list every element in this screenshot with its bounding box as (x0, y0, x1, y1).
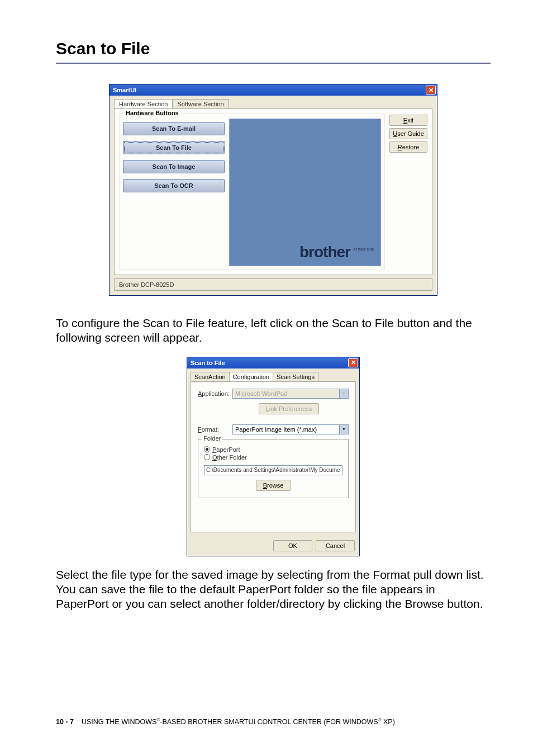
scan-to-image-button[interactable]: Scan To Image (123, 160, 225, 173)
tab-scan-settings[interactable]: Scan Settings (273, 372, 318, 381)
scan-to-file-button[interactable]: Scan To File (123, 141, 225, 154)
page-number: 10 - 7 (56, 718, 74, 726)
smartui-titlebar: SmartUI ✕ (110, 84, 437, 96)
brother-logo: brother (299, 243, 350, 261)
format-value: PaperPort Image Item (*.max) (235, 426, 317, 433)
section-heading: Scan to File (56, 39, 491, 58)
dialog-title: Scan to File (191, 360, 225, 366)
footer-text-b: -BASED BROTHER SMARTUI CONTROL CENTER (F… (160, 718, 378, 726)
scan-to-file-dialog: Scan to File ✕ ScanAction Configuration … (187, 357, 360, 556)
close-icon[interactable]: ✕ (348, 358, 358, 367)
paragraph-2: Select the file type for the saved image… (56, 568, 491, 612)
footer-text-a: USING THE WINDOWS (82, 718, 157, 726)
application-label: Application: (198, 390, 229, 397)
page-footer: 10 - 7 USING THE WINDOWS®-BASED BROTHER … (56, 717, 491, 726)
brother-tagline: At your side. (353, 247, 375, 251)
scan-to-ocr-button[interactable]: Scan To OCR (123, 179, 225, 192)
tab-scanaction[interactable]: ScanAction (191, 372, 230, 381)
radio-paperport[interactable]: PaperPort (204, 446, 342, 453)
dialog-footer: OK Cancel (187, 536, 359, 556)
paragraph-1: To configure the Scan to File feature, l… (56, 316, 491, 346)
radio-icon[interactable] (204, 454, 210, 460)
format-label: Format: (198, 426, 229, 433)
hardware-buttons-label: Hardware Buttons (124, 110, 180, 116)
chevron-down-icon: ▼ (339, 389, 348, 398)
browse-button[interactable]: Browse (256, 480, 291, 491)
radio-other-folder[interactable]: Other Folder (204, 454, 342, 461)
folder-path-input[interactable] (204, 465, 342, 475)
dialog-tabs: ScanAction Configuration Scan Settings (187, 368, 359, 381)
exit-button[interactable]: Exit (389, 115, 427, 126)
smartui-tabs: Hardware Section Software Section (110, 96, 437, 108)
close-icon[interactable]: ✕ (426, 86, 436, 94)
tab-hardware-section[interactable]: Hardware Section (114, 99, 173, 108)
footer-text-c: XP) (381, 718, 394, 726)
folder-group: Folder PaperPort Other Folder Browse (198, 439, 349, 498)
restore-button[interactable]: Restore (389, 141, 427, 153)
tab-software-section[interactable]: Software Section (172, 99, 229, 108)
cancel-button[interactable]: Cancel (316, 540, 355, 551)
ok-button[interactable]: OK (273, 540, 312, 551)
tab-configuration[interactable]: Configuration (229, 372, 273, 381)
scan-to-email-button[interactable]: Scan To E-mail (123, 122, 225, 135)
smartui-tabpanel: Hardware Buttons Scan To E-mail Scan To … (114, 108, 432, 275)
chevron-down-icon[interactable]: ▼ (339, 425, 348, 434)
smartui-window: SmartUI ✕ Hardware Section Software Sect… (109, 84, 437, 296)
application-value: Microsoft WordPad (235, 390, 287, 397)
side-buttons: Exit User Guide Restore (389, 114, 427, 270)
format-dropdown[interactable]: PaperPort Image Item (*.max) ▼ (232, 424, 349, 434)
smartui-title: SmartUI (113, 87, 136, 93)
dialog-titlebar: Scan to File ✕ (187, 357, 359, 368)
folder-group-label: Folder (202, 435, 222, 442)
radio-icon[interactable] (204, 446, 210, 452)
application-dropdown: Microsoft WordPad ▼ (232, 389, 349, 399)
configuration-panel: Application: Microsoft WordPad ▼ Link Pr… (191, 381, 356, 532)
heading-rule (56, 63, 491, 64)
user-guide-button[interactable]: User Guide (389, 128, 427, 139)
hardware-button-list: Scan To E-mail Scan To File Scan To Imag… (123, 119, 225, 266)
preview-pane: brother At your side. (229, 119, 381, 266)
statusbar: Brother DCP-8025D (114, 278, 432, 291)
link-preferences-button: Link Preferences (259, 403, 320, 414)
